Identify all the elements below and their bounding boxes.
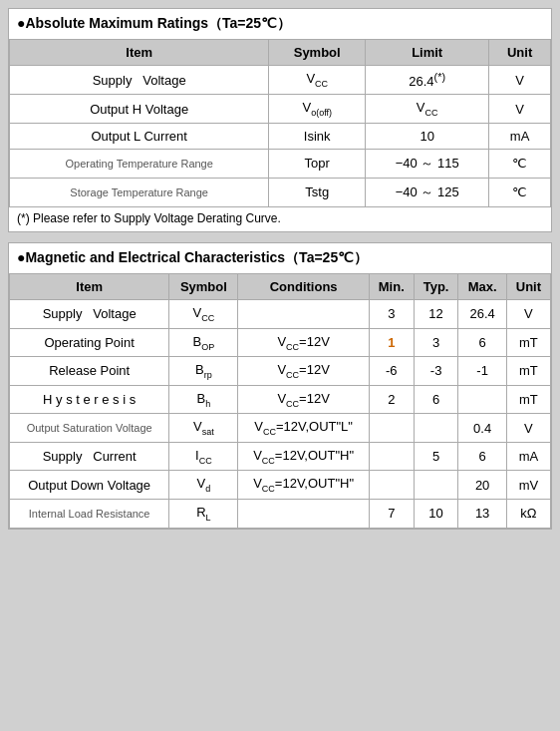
row-typ: 6 xyxy=(414,385,458,414)
row-typ: 5 xyxy=(414,442,458,471)
table-row: Internal Load Resistance RL 7 10 13 kΩ xyxy=(10,500,551,529)
table-row: Supply Voltage VCC 3 12 26.4 V xyxy=(10,299,551,328)
row-max: 13 xyxy=(458,500,506,529)
row-unit: mA xyxy=(489,123,551,149)
row-item: Release Point xyxy=(10,357,169,386)
row-max: 6 xyxy=(458,442,506,471)
row-min: -6 xyxy=(369,357,414,386)
row-item: Output Saturation Voltage xyxy=(10,414,169,443)
col-header-limit: Limit xyxy=(366,40,489,66)
magnetic-electrical-table: Item Symbol Conditions Min. Typ. Max. Un… xyxy=(9,273,551,529)
row-symbol: VCC xyxy=(169,299,238,328)
row-conditions: VCC=12V,OUT"L" xyxy=(238,414,369,443)
row-conditions: VCC=12V xyxy=(238,328,369,357)
row-limit: −40 ～ 125 xyxy=(366,178,489,206)
row-limit: VCC xyxy=(366,95,489,124)
row-item: Output L Current xyxy=(10,123,269,149)
col-header-symbol: Symbol xyxy=(169,273,238,299)
row-symbol: BOP xyxy=(169,328,238,357)
row-symbol: Vsat xyxy=(169,414,238,443)
row-limit: 10 xyxy=(366,123,489,149)
row-unit: kΩ xyxy=(506,500,550,529)
row-unit: mT xyxy=(506,357,550,386)
row-min: 7 xyxy=(369,500,414,529)
row-unit: mA xyxy=(506,442,550,471)
row-symbol: ICC xyxy=(169,442,238,471)
table-row: Output Saturation Voltage Vsat VCC=12V,O… xyxy=(10,414,551,443)
table-row: Output L Current Isink 10 mA xyxy=(10,123,551,149)
row-symbol: Brp xyxy=(169,357,238,386)
row-unit: V xyxy=(489,95,551,124)
col-header-typ: Typ. xyxy=(414,273,458,299)
row-unit: V xyxy=(506,299,550,328)
row-item: Storage Temperature Range xyxy=(10,178,269,206)
row-conditions xyxy=(238,299,369,328)
row-max: 0.4 xyxy=(458,414,506,443)
row-min xyxy=(369,471,414,500)
col-header-conditions: Conditions xyxy=(238,273,369,299)
row-conditions: VCC=12V,OUT"H" xyxy=(238,442,369,471)
row-item: Supply Voltage xyxy=(10,66,269,95)
row-typ: 3 xyxy=(414,328,458,357)
row-unit: ℃ xyxy=(489,149,551,178)
absolute-max-ratings-section: ●Absolute Maximum Ratings（Ta=25℃） Item S… xyxy=(8,8,552,232)
row-symbol: Tstg xyxy=(269,178,366,206)
row-symbol: Topr xyxy=(269,149,366,178)
row-unit: mT xyxy=(506,328,550,357)
col-header-item: Item xyxy=(10,40,269,66)
row-min: 3 xyxy=(369,299,414,328)
row-symbol: RL xyxy=(169,500,238,529)
row-conditions xyxy=(238,500,369,529)
row-conditions: VCC=12V,OUT"H" xyxy=(238,471,369,500)
row-item: Internal Load Resistance xyxy=(10,500,169,529)
row-typ: 12 xyxy=(414,299,458,328)
col-header-unit: Unit xyxy=(506,273,550,299)
row-symbol: Isink xyxy=(269,123,366,149)
row-max xyxy=(458,385,506,414)
row-typ xyxy=(414,414,458,443)
row-item: Supply Voltage xyxy=(10,299,169,328)
row-unit: mT xyxy=(506,385,550,414)
row-typ: -3 xyxy=(414,357,458,386)
row-unit: V xyxy=(506,414,550,443)
row-symbol: Vo(off) xyxy=(269,95,366,124)
row-unit: ℃ xyxy=(489,178,551,206)
table-row: Supply Voltage VCC 26.4(*) V xyxy=(10,66,551,95)
row-item: Output H Voltage xyxy=(10,95,269,124)
table-row: Operating Point BOP VCC=12V 1 3 6 mT xyxy=(10,328,551,357)
col-header-symbol: Symbol xyxy=(269,40,366,66)
row-limit: −40 ～ 115 xyxy=(366,149,489,178)
col-header-min: Min. xyxy=(369,273,414,299)
row-item: H y s t e r e s i s xyxy=(10,385,169,414)
absolute-max-ratings-table: Item Symbol Limit Unit Supply Voltage VC… xyxy=(9,39,551,207)
col-header-item: Item xyxy=(10,273,169,299)
row-max: 20 xyxy=(458,471,506,500)
section2-title: ●Magnetic and Electrical Characteristics… xyxy=(9,243,551,273)
row-item: Output Down Voltage xyxy=(10,471,169,500)
table-row: Storage Temperature Range Tstg −40 ～ 125… xyxy=(10,178,551,206)
magnetic-electrical-section: ●Magnetic and Electrical Characteristics… xyxy=(8,242,552,530)
table-row: Supply Current ICC VCC=12V,OUT"H" 5 6 mA xyxy=(10,442,551,471)
row-min: 1 xyxy=(369,328,414,357)
row-unit: mV xyxy=(506,471,550,500)
col-header-max: Max. xyxy=(458,273,506,299)
row-typ: 10 xyxy=(414,500,458,529)
section1-title: ●Absolute Maximum Ratings（Ta=25℃） xyxy=(9,9,551,39)
row-symbol: Bh xyxy=(169,385,238,414)
row-conditions: VCC=12V xyxy=(238,357,369,386)
table-row: Output H Voltage Vo(off) VCC V xyxy=(10,95,551,124)
row-item: Supply Current xyxy=(10,442,169,471)
row-min xyxy=(369,442,414,471)
row-min xyxy=(369,414,414,443)
row-max: -1 xyxy=(458,357,506,386)
row-item: Operating Point xyxy=(10,328,169,357)
row-symbol: VCC xyxy=(269,66,366,95)
table-row: Release Point Brp VCC=12V -6 -3 -1 mT xyxy=(10,357,551,386)
col-header-unit: Unit xyxy=(489,40,551,66)
row-max: 6 xyxy=(458,328,506,357)
section1-footnote: (*) Please refer to Supply Voltage Derat… xyxy=(9,207,551,231)
row-max: 26.4 xyxy=(458,299,506,328)
table-row: H y s t e r e s i s Bh VCC=12V 2 6 mT xyxy=(10,385,551,414)
row-symbol: Vd xyxy=(169,471,238,500)
row-conditions: VCC=12V xyxy=(238,385,369,414)
